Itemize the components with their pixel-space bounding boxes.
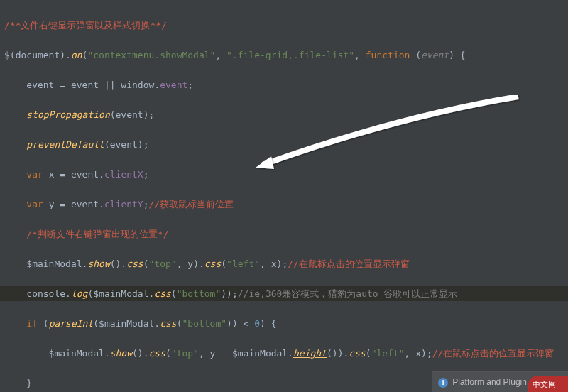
comment: /**文件右键显示弹窗以及样式切换**/ (4, 20, 167, 31)
caret-line: console.log($mainModal.css("bottom"));//… (0, 286, 568, 301)
info-icon: i (438, 378, 448, 388)
watermark: 中文网 (528, 376, 568, 392)
code-editor[interactable]: /**文件右键显示弹窗以及样式切换**/ $(document).on("con… (0, 0, 568, 392)
